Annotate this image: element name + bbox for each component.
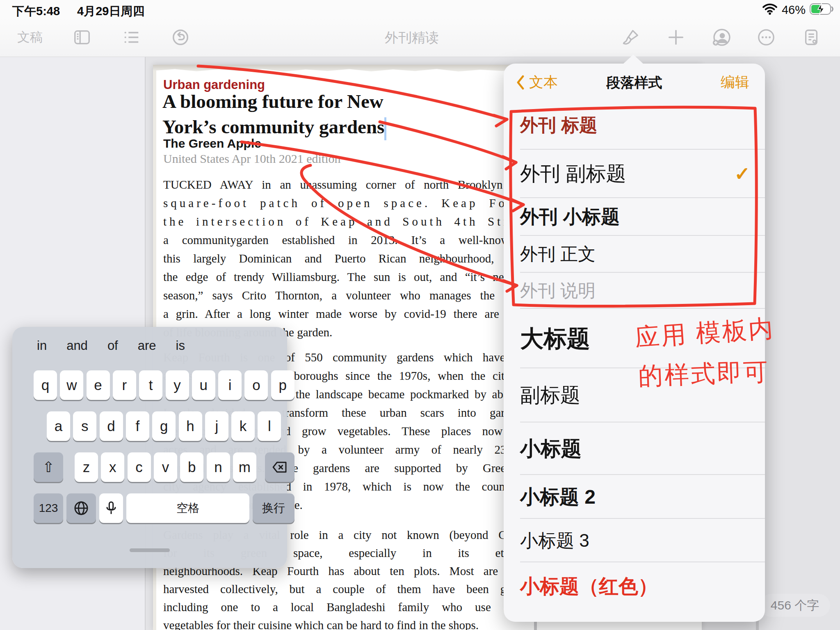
text-cursor: [384, 117, 386, 140]
key-n[interactable]: n: [207, 452, 230, 482]
wifi-icon: [762, 3, 778, 17]
return-key[interactable]: 换行: [253, 493, 294, 523]
edit-button[interactable]: 编辑: [721, 73, 749, 92]
document-options-icon[interactable]: [801, 27, 821, 47]
document-title: 外刊精读: [385, 29, 475, 47]
key-i[interactable]: i: [218, 370, 242, 400]
style-label: 小标题: [520, 435, 582, 463]
battery-percent: 46%: [782, 3, 806, 17]
style-row-wk-caption[interactable]: 外刊 说明: [504, 273, 765, 309]
style-row-heading2[interactable]: 小标题 2: [504, 475, 765, 519]
style-row-subtitle[interactable]: 副标题: [504, 368, 765, 422]
key-u[interactable]: u: [192, 370, 215, 400]
undo-icon[interactable]: [171, 27, 190, 47]
word-count-badge: 456 个字: [760, 594, 830, 617]
shift-key[interactable]: ⇧: [34, 452, 63, 482]
key-r[interactable]: r: [113, 370, 136, 400]
article-dateline: United States Apr 10th 2021 edition: [163, 152, 340, 166]
paintbrush-icon[interactable]: [621, 27, 641, 47]
key-p[interactable]: p: [271, 370, 294, 400]
key-a[interactable]: a: [47, 411, 70, 441]
space-key[interactable]: 空格: [126, 493, 249, 523]
clock: 下午5:48: [12, 3, 60, 20]
key-m[interactable]: m: [233, 452, 256, 482]
key-q[interactable]: q: [34, 370, 57, 400]
key-t[interactable]: t: [139, 370, 162, 400]
style-row-wk-subtitle[interactable]: 外刊 副标题✓: [504, 150, 765, 198]
status-bar: 下午5:48 4月29日周四 46%: [0, 0, 840, 18]
prediction-word[interactable]: is: [176, 338, 185, 353]
prediction-word[interactable]: are: [138, 338, 156, 353]
battery-charging-icon: [810, 2, 835, 17]
key-d[interactable]: d: [100, 411, 123, 441]
key-b[interactable]: b: [180, 452, 203, 482]
screen: 下午5:48 4月29日周四 46% 文稿 外刊精读: [0, 0, 840, 630]
style-label: 外刊 小标题: [520, 204, 620, 230]
key-z[interactable]: z: [75, 452, 98, 482]
paragraph-styles-panel: 文本 段落样式 编辑 外刊 标题外刊 副标题✓外刊 小标题外刊 正文外刊 说明大…: [504, 64, 765, 622]
style-label: 小标题 2: [520, 484, 596, 510]
key-j[interactable]: j: [205, 411, 228, 441]
checkmark-icon: ✓: [734, 163, 750, 185]
globe-icon: [73, 500, 89, 516]
style-row-heading3[interactable]: 小标题 3: [504, 519, 765, 562]
ellipsis-circle-icon[interactable]: [756, 27, 776, 47]
prediction-word[interactable]: in: [37, 338, 47, 353]
keyboard-drag-handle[interactable]: [130, 548, 170, 552]
key-f[interactable]: f: [126, 411, 149, 441]
style-row-wk-title[interactable]: 外刊 标题: [504, 100, 765, 150]
documents-button[interactable]: 文稿: [17, 29, 43, 46]
key-v[interactable]: v: [154, 452, 177, 482]
key-g[interactable]: g: [152, 411, 176, 441]
style-label: 外刊 说明: [520, 279, 596, 303]
key-s[interactable]: s: [73, 411, 96, 441]
backspace-key[interactable]: [265, 452, 294, 482]
key-k[interactable]: k: [231, 411, 255, 441]
prediction-bar: inandofareis: [37, 338, 185, 353]
style-label: 小标题 3: [520, 529, 589, 553]
style-label: 副标题: [520, 382, 580, 409]
globe-key[interactable]: [66, 493, 96, 523]
date: 4月29日周四: [77, 3, 144, 20]
key-w[interactable]: w: [60, 370, 83, 400]
key-c[interactable]: c: [128, 452, 151, 482]
mic-key[interactable]: [99, 493, 123, 523]
prediction-word[interactable]: and: [66, 338, 88, 353]
mic-icon: [103, 500, 119, 516]
style-label: 大标题: [520, 323, 590, 354]
list-icon[interactable]: [121, 27, 141, 47]
style-label: 小标题（红色）: [520, 573, 658, 600]
numbers-key[interactable]: 123: [34, 493, 63, 523]
key-e[interactable]: e: [87, 370, 110, 400]
style-row-big-title[interactable]: 大标题: [504, 309, 765, 368]
style-row-heading-red[interactable]: 小标题（红色）: [504, 562, 765, 611]
style-label: 外刊 正文: [520, 242, 596, 266]
add-person-icon[interactable]: [711, 27, 731, 47]
floating-keyboard[interactable]: inandofareis qwertyuiopasdfghjkl⇧zxcvbnm…: [12, 327, 287, 568]
key-y[interactable]: y: [166, 370, 189, 400]
page-fragment: [756, 620, 759, 630]
backspace-icon: [272, 459, 288, 475]
popover-arrow: [623, 55, 644, 64]
plus-icon[interactable]: [666, 27, 686, 47]
panel-header: 文本 段落样式 编辑: [504, 64, 765, 98]
key-x[interactable]: x: [101, 452, 124, 482]
style-label: 外刊 标题: [520, 113, 597, 137]
style-row-wk-heading[interactable]: 外刊 小标题: [504, 198, 765, 236]
article-byline: The Green Apple: [163, 137, 261, 151]
prediction-word[interactable]: of: [107, 338, 118, 353]
style-row-heading[interactable]: 小标题: [504, 422, 765, 475]
key-o[interactable]: o: [244, 370, 268, 400]
sidebar-icon[interactable]: [72, 27, 92, 47]
key-l[interactable]: l: [258, 411, 281, 441]
key-h[interactable]: h: [179, 411, 202, 441]
style-label: 外刊 副标题: [520, 160, 626, 187]
toolbar: 文稿 外刊精读: [0, 18, 840, 57]
style-row-wk-body[interactable]: 外刊 正文: [504, 236, 765, 273]
